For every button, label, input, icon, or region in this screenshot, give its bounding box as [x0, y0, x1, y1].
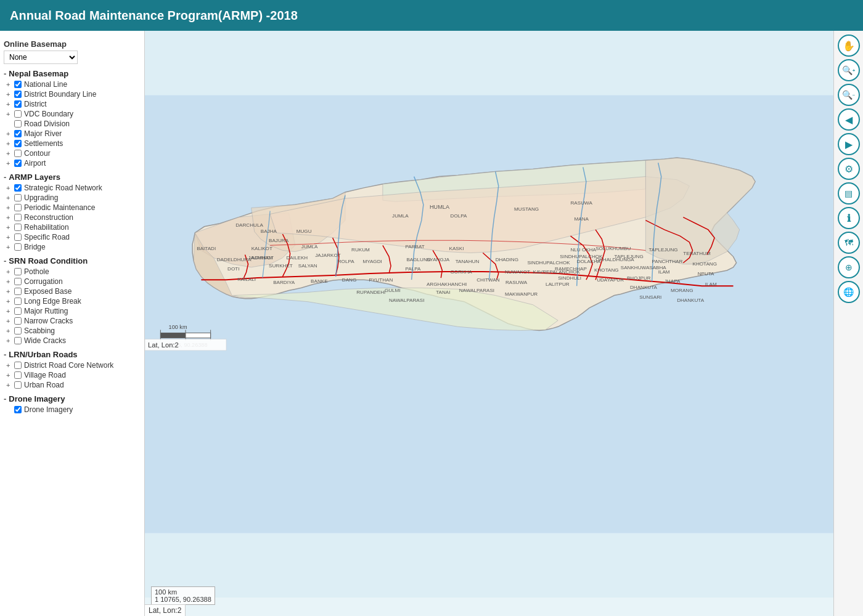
basemap-select[interactable]: None OpenStreetMap Satellite Terrain — [4, 51, 78, 64]
layer-label[interactable]: National Line — [24, 80, 67, 89]
layer-checkbox[interactable] — [14, 288, 22, 295]
layer-expand-btn[interactable]: + — [6, 100, 12, 108]
map-container[interactable]: HUMLA DARCHULA BAJHA BAJURA MUGU JUMLA D… — [145, 31, 833, 616]
zoom-out-button[interactable]: 🔍− — [838, 84, 860, 106]
layer-label[interactable]: Narrow Cracks — [24, 317, 73, 325]
map-area[interactable]: HUMLA DARCHULA BAJHA BAJURA MUGU JUMLA D… — [145, 31, 833, 598]
layer-checkbox[interactable] — [14, 204, 22, 211]
layer-checkbox[interactable] — [14, 150, 22, 157]
layer-expand-btn[interactable]: + — [6, 184, 12, 192]
layer-checkbox[interactable] — [14, 224, 22, 231]
layer-checkbox[interactable] — [14, 278, 22, 285]
layer-expand-btn[interactable]: + — [6, 278, 12, 285]
layer-label[interactable]: Exposed Base — [24, 287, 72, 296]
layer-expand-btn[interactable]: + — [6, 91, 12, 98]
srn-collapse[interactable]: - — [4, 256, 6, 265]
layer-label[interactable]: Bridge — [24, 243, 46, 251]
layers-button[interactable]: ▤ — [838, 182, 860, 205]
layer-checkbox[interactable] — [14, 130, 22, 137]
layer-checkbox[interactable] — [14, 233, 22, 241]
layer-expand-btn[interactable]: + — [6, 233, 12, 241]
layer-expand-btn[interactable]: + — [6, 224, 12, 231]
layer-expand-btn[interactable]: + — [6, 307, 12, 315]
layer-label[interactable]: Major River — [24, 129, 62, 138]
settings-button[interactable]: ⚙ — [838, 158, 860, 180]
back-button[interactable]: ◀ — [838, 108, 860, 131]
layer-checkbox[interactable] — [14, 317, 22, 325]
layer-checkbox[interactable] — [14, 327, 22, 334]
layer-checkbox[interactable] — [14, 381, 22, 389]
layer-checkbox[interactable] — [14, 160, 22, 167]
layer-expand-btn[interactable]: + — [6, 371, 12, 379]
layer-expand-btn[interactable]: + — [6, 243, 12, 251]
layer-label[interactable]: Strategic Road Network — [24, 184, 102, 192]
nepal-basemap-collapse[interactable]: - — [4, 69, 6, 78]
layer-expand-btn[interactable]: + — [6, 81, 12, 88]
layer-expand-btn[interactable]: + — [6, 140, 12, 147]
layer-checkbox[interactable] — [14, 110, 22, 118]
layer-expand-btn[interactable]: + — [6, 194, 12, 201]
layer-checkbox[interactable] — [14, 371, 22, 379]
map-button[interactable]: 🗺 — [838, 232, 860, 254]
layer-checkbox[interactable] — [14, 100, 22, 108]
layer-label[interactable]: Scabbing — [24, 326, 55, 335]
layer-expand-btn[interactable]: + — [6, 268, 12, 275]
layer-checkbox[interactable] — [14, 243, 22, 251]
layer-checkbox[interactable] — [14, 184, 22, 192]
layer-label[interactable]: District Boundary Line — [24, 90, 96, 99]
layer-expand-btn[interactable]: + — [6, 160, 12, 167]
layer-label[interactable]: Drone Imagery — [24, 405, 73, 414]
layer-expand-btn[interactable]: + — [6, 381, 12, 389]
layer-checkbox[interactable] — [14, 81, 22, 88]
layer-checkbox[interactable] — [14, 140, 22, 147]
layer-label[interactable]: Long Edge Break — [24, 297, 81, 306]
layer-label[interactable]: Contour — [24, 149, 51, 158]
layer-expand-btn[interactable]: + — [6, 214, 12, 221]
layer-label[interactable]: Settlements — [24, 139, 63, 148]
pan-tool-button[interactable]: ✋ — [838, 34, 860, 57]
layer-label[interactable]: Village Road — [24, 371, 66, 379]
layer-label[interactable]: Upgrading — [24, 193, 58, 202]
layer-label[interactable]: VDC Boundary — [24, 110, 73, 118]
layer-expand-btn[interactable]: + — [6, 327, 12, 334]
armp-layers-collapse[interactable]: - — [4, 172, 6, 182]
layer-checkbox[interactable] — [14, 307, 22, 315]
forward-button[interactable]: ▶ — [838, 133, 860, 155]
layer-expand-btn[interactable]: + — [6, 110, 12, 118]
layer-checkbox[interactable] — [14, 268, 22, 275]
layer-label[interactable]: Major Rutting — [24, 307, 68, 315]
layer-label[interactable]: Periodic Maintenance — [24, 203, 95, 212]
layer-checkbox[interactable] — [14, 120, 22, 128]
drone-collapse[interactable]: - — [4, 394, 6, 403]
layer-label[interactable]: District — [24, 100, 47, 108]
layer-label[interactable]: Urban Road — [24, 381, 64, 389]
layer-expand-btn[interactable]: + — [6, 362, 12, 369]
layer-checkbox[interactable] — [14, 337, 22, 344]
layer-expand-btn[interactable]: + — [6, 317, 12, 325]
layer-checkbox[interactable] — [14, 214, 22, 221]
layer-expand-btn[interactable]: + — [6, 204, 12, 211]
search-location-button[interactable]: ⊕ — [838, 256, 860, 278]
globe-button[interactable]: 🌐 — [838, 281, 860, 303]
layer-label[interactable]: Reconstruction — [24, 213, 73, 222]
layer-label[interactable]: Corrugation — [24, 277, 63, 286]
layer-checkbox[interactable] — [14, 298, 22, 305]
layer-expand-btn[interactable]: + — [6, 150, 12, 157]
info-button[interactable]: ℹ — [838, 207, 860, 229]
layer-checkbox[interactable] — [14, 194, 22, 201]
layer-expand-btn[interactable]: + — [6, 337, 12, 344]
layer-expand-btn[interactable]: + — [6, 288, 12, 295]
layer-label[interactable]: Rehabilitation — [24, 223, 69, 232]
layer-checkbox[interactable] — [14, 91, 22, 98]
layer-expand-btn[interactable]: + — [6, 298, 12, 305]
layer-label[interactable]: Wide Cracks — [24, 336, 66, 345]
layer-label[interactable]: District Road Core Network — [24, 361, 113, 370]
layer-expand-btn[interactable]: + — [6, 130, 12, 137]
layer-label[interactable]: Road Division — [24, 120, 70, 128]
layer-checkbox[interactable] — [14, 362, 22, 369]
layer-label[interactable]: Specific Road — [24, 233, 70, 241]
layer-checkbox[interactable] — [14, 406, 22, 413]
layer-label[interactable]: Pothole — [24, 267, 49, 276]
layer-label[interactable]: Airport — [24, 159, 46, 168]
lrn-collapse[interactable]: - — [4, 350, 6, 359]
